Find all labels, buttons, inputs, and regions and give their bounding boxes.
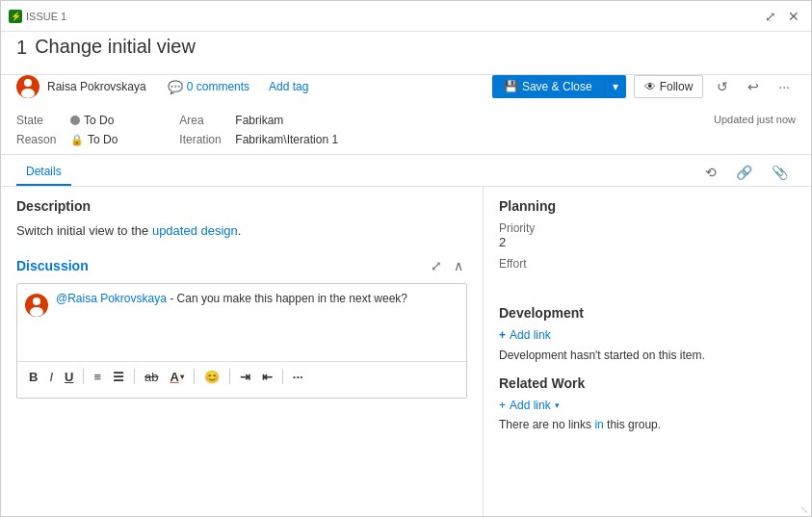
development-title: Development	[499, 305, 796, 321]
close-button[interactable]: ✕	[784, 7, 803, 26]
tabs-bar: Details ⟲ 🔗 📎	[1, 155, 811, 187]
right-panel: Planning Priority 2 Effort Development +…	[484, 187, 811, 516]
discussion-message-text: - Can you make this happen in the next w…	[167, 292, 407, 305]
emoji-button[interactable]: 😊	[200, 368, 223, 386]
toolbar-separator-5	[282, 369, 283, 384]
more-toolbar-button[interactable]: ···	[289, 368, 307, 386]
toolbar-separator-1	[83, 369, 84, 384]
title-bar-issue: ⚡ ISSUE 1	[9, 10, 761, 23]
area-label: Area	[179, 114, 227, 127]
related-work-section: Related Work + Add link ▾ There are no l…	[499, 375, 796, 431]
issue-label: ISSUE 1	[26, 11, 66, 22]
toolbar-separator-2	[134, 369, 135, 384]
fields-bar: State To Do Reason 🔒 To Do Area Fabrikam	[1, 106, 811, 155]
work-item-number: 1	[16, 37, 27, 59]
expand-button[interactable]: ⤢	[761, 7, 780, 26]
discussion-avatar	[25, 294, 48, 317]
area-iteration-col: Area Fabrikam Iteration Fabrikam\Iterati…	[179, 114, 338, 146]
font-color-label: A	[170, 370, 178, 384]
add-dev-link-label: Add link	[510, 328, 551, 342]
reason-value[interactable]: 🔒 To Do	[70, 133, 118, 146]
svg-point-0	[24, 79, 32, 87]
collapse-discussion-button[interactable]: ∧	[450, 256, 467, 275]
italic-button[interactable]: I	[45, 368, 57, 386]
save-close-dropdown-button[interactable]: ▾	[604, 75, 626, 98]
area-value[interactable]: Fabrikam	[235, 114, 283, 127]
discussion-content: @Raisa Pokrovskaya - Can you make this h…	[17, 284, 466, 361]
discussion-toolbar: B I U ≡ ☰ ab A ▾ 😊 ⇥ ⇤	[17, 361, 466, 392]
effort-value[interactable]	[499, 271, 796, 286]
priority-value[interactable]: 2	[499, 235, 796, 249]
bullet-list-button[interactable]: ☰	[109, 368, 128, 386]
mention: @Raisa Pokrovskaya	[56, 292, 167, 305]
effort-field: Effort	[499, 257, 796, 286]
state-reason-col: State To Do Reason 🔒 To Do	[16, 114, 141, 146]
related-no-links: There are no links in this group.	[499, 418, 796, 431]
attach-tab-button[interactable]: 📎	[764, 161, 796, 184]
in-word: in	[594, 418, 603, 431]
iteration-label: Iteration	[179, 133, 227, 146]
toolbar-separator-4	[229, 369, 230, 384]
avatar	[16, 75, 39, 98]
follow-button[interactable]: 👁 Follow	[634, 75, 704, 98]
attach-icon: 📎	[772, 165, 788, 180]
action-bar: Raisa Pokrovskaya 💬 0 comments Add tag 💾…	[1, 75, 811, 106]
bold-button[interactable]: B	[25, 368, 41, 386]
save-close-button[interactable]: 💾 Save & Close	[492, 75, 604, 98]
planning-title: Planning	[499, 198, 796, 214]
more-actions-button[interactable]: ···	[773, 75, 796, 98]
plus-icon-related: +	[499, 399, 506, 412]
state-field: State To Do	[16, 114, 118, 127]
discussion-body: @Raisa Pokrovskaya - Can you make this h…	[16, 283, 467, 399]
left-panel: Description Switch initial view to the u…	[1, 187, 484, 516]
history-tab-button[interactable]: ⟲	[697, 161, 724, 184]
undo-button[interactable]: ↩	[742, 75, 765, 98]
updated-text: Updated just now	[714, 114, 796, 125]
iteration-value[interactable]: Fabrikam\Iteration 1	[235, 133, 338, 146]
reason-field: Reason 🔒 To Do	[16, 133, 118, 146]
lock-icon: 🔒	[70, 134, 84, 146]
add-dev-link-button[interactable]: + Add link	[499, 326, 551, 344]
save-close-label: Save & Close	[522, 80, 592, 93]
dev-description: Development hasn't started on this item.	[499, 348, 796, 364]
indent-button[interactable]: ⇥	[236, 368, 254, 386]
save-icon: 💾	[504, 80, 518, 93]
svg-point-1	[21, 89, 35, 98]
state-value[interactable]: To Do	[70, 114, 114, 127]
link-icon: 🔗	[736, 165, 752, 180]
justify-button[interactable]: ≡	[90, 368, 105, 386]
font-color-button[interactable]: A ▾	[166, 368, 187, 386]
add-related-link-button[interactable]: + Add link ▾	[499, 397, 560, 414]
comment-icon: 💬	[168, 80, 183, 94]
title-bar-actions: ⤢ ✕	[761, 7, 803, 26]
add-tag-button[interactable]: Add tag	[263, 78, 314, 95]
underline-button[interactable]: U	[61, 368, 77, 386]
discussion-message[interactable]: @Raisa Pokrovskaya - Can you make this h…	[56, 292, 458, 349]
planning-section: Planning Priority 2 Effort	[499, 198, 796, 294]
tab-details[interactable]: Details	[16, 159, 71, 186]
description-link[interactable]: updated design	[152, 223, 238, 238]
user-name: Raisa Pokrovskaya	[47, 80, 146, 93]
comments-button[interactable]: 💬 0 comments	[162, 78, 255, 96]
expand-discussion-button[interactable]: ⤢	[427, 256, 446, 275]
discussion-actions: ⤢ ∧	[427, 256, 467, 275]
outdent-button[interactable]: ⇤	[258, 368, 276, 386]
strikethrough-button[interactable]: ab	[141, 368, 162, 386]
state-label: State	[16, 114, 65, 127]
main-content: Description Switch initial view to the u…	[1, 187, 811, 516]
work-item-number-title: 1 Change initial view	[16, 36, 796, 59]
work-item-title[interactable]: Change initial view	[35, 36, 196, 59]
link-tab-button[interactable]: 🔗	[728, 161, 760, 184]
work-item-header: 1 Change initial view	[1, 32, 811, 75]
resize-handle[interactable]: ⤡	[800, 504, 808, 515]
area-field: Area Fabrikam	[179, 114, 338, 127]
toolbar-separator-3	[194, 369, 195, 384]
font-color-dropdown-icon: ▾	[180, 373, 184, 381]
effort-label: Effort	[499, 257, 796, 271]
related-work-title: Related Work	[499, 375, 796, 391]
iteration-field: Iteration Fabrikam\Iteration 1	[179, 133, 338, 146]
refresh-button[interactable]: ↺	[711, 75, 734, 98]
save-close-group: 💾 Save & Close ▾	[492, 75, 626, 98]
state-dot	[70, 116, 80, 125]
follow-label: Follow	[660, 80, 694, 93]
